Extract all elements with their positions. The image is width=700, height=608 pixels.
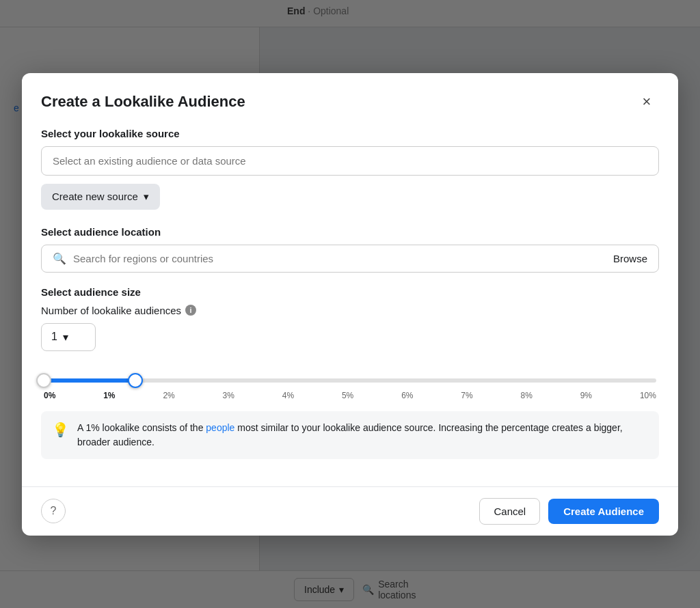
section-divider-1 [41, 210, 659, 226]
footer-actions: Cancel Create Audience [479, 498, 659, 525]
audience-count-select[interactable]: 1 ▾ [41, 323, 96, 351]
tick-3: 3% [223, 391, 234, 400]
info-box: 💡 A 1% lookalike consists of the people … [41, 411, 659, 459]
slider-fill [44, 378, 135, 383]
location-search-box: 🔍 Browse [41, 245, 659, 273]
modal-title: Create a Lookalike Audience [41, 93, 245, 111]
location-search-input[interactable] [73, 253, 606, 264]
tick-4: 4% [282, 391, 294, 400]
browse-button[interactable]: Browse [613, 253, 647, 264]
audience-size-label: Select audience size [41, 286, 659, 298]
count-value: 1 [51, 331, 57, 343]
source-section-label: Select your lookalike source [41, 128, 659, 139]
count-chevron-icon: ▾ [63, 331, 68, 344]
create-audience-button[interactable]: Create Audience [548, 499, 659, 524]
slider-labels: 0% 1% 2% 3% 4% 5% 6% 7% 8% 9% 10% [44, 391, 656, 400]
info-description: A 1% lookalike consists of the people mo… [77, 421, 648, 450]
tick-8: 8% [521, 391, 533, 400]
create-new-arrow-icon: ▾ [144, 191, 149, 203]
audience-size-section: Select audience size Number of lookalike… [41, 286, 659, 400]
slider-thumb-left[interactable] [36, 373, 51, 388]
tick-1: 1% [103, 391, 115, 400]
create-new-source-button[interactable]: Create new source ▾ [41, 184, 160, 210]
audience-size-slider[interactable]: 0% 1% 2% 3% 4% 5% 6% 7% 8% 9% 10% [41, 378, 659, 400]
close-button[interactable]: × [634, 89, 659, 114]
help-icon: ? [51, 505, 57, 517]
slider-thumb-right[interactable] [128, 373, 143, 388]
lightbulb-icon: 💡 [52, 422, 69, 438]
source-section: Select your lookalike source Create new … [41, 128, 659, 210]
location-section-label: Select audience location [41, 226, 659, 238]
tick-9: 9% [580, 391, 592, 400]
help-button[interactable]: ? [41, 499, 66, 523]
modal-footer: ? Cancel Create Audience [22, 486, 678, 536]
info-icon[interactable]: i [185, 305, 196, 316]
slider-track [44, 378, 656, 383]
location-search-icon: 🔍 [53, 252, 66, 265]
location-section: Select audience location 🔍 Browse [41, 226, 659, 273]
source-input[interactable] [41, 146, 659, 176]
create-new-label: Create new source [52, 191, 138, 202]
number-of-audiences-label: Number of lookalike audiences i [41, 305, 659, 316]
tick-5: 5% [342, 391, 353, 400]
modal-dialog: Create a Lookalike Audience × Select you… [22, 73, 678, 536]
tick-10: 10% [640, 391, 656, 400]
cancel-button[interactable]: Cancel [479, 498, 540, 525]
tick-0: 0% [44, 391, 55, 400]
tick-6: 6% [401, 391, 413, 400]
modal-header: Create a Lookalike Audience × [22, 73, 678, 128]
tick-7: 7% [461, 391, 472, 400]
tick-2: 2% [163, 391, 174, 400]
modal-overlay: Create a Lookalike Audience × Select you… [0, 0, 700, 608]
people-link[interactable]: people [206, 422, 234, 433]
modal-body: Select your lookalike source Create new … [22, 128, 678, 486]
